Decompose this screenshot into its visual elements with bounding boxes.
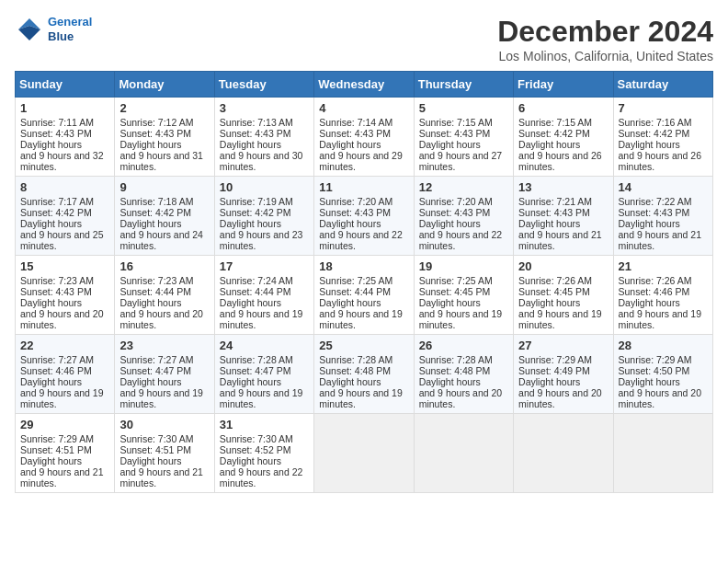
daylight-duration: and 9 hours and 22 minutes.: [419, 229, 503, 251]
location-title: Los Molinos, California, United States: [497, 49, 713, 63]
daylight-label: Daylight hours: [619, 218, 680, 229]
daylight-duration: and 9 hours and 31 minutes.: [119, 150, 203, 172]
calendar-cell: 27Sunrise: 7:29 AMSunset: 4:49 PMDayligh…: [514, 335, 613, 414]
calendar-header-row: SundayMondayTuesdayWednesdayThursdayFrid…: [16, 72, 713, 98]
daylight-label: Daylight hours: [20, 455, 82, 466]
column-header-wednesday: Wednesday: [314, 72, 414, 98]
sunset-info: Sunset: 4:50 PM: [619, 365, 690, 376]
sunset-info: Sunset: 4:47 PM: [220, 365, 291, 376]
sunset-info: Sunset: 4:44 PM: [220, 286, 291, 297]
calendar-cell: 25Sunrise: 7:28 AMSunset: 4:48 PMDayligh…: [314, 335, 414, 414]
daylight-label: Daylight hours: [518, 218, 580, 229]
daylight-label: Daylight hours: [319, 376, 381, 387]
daylight-duration: and 9 hours and 25 minutes.: [20, 229, 104, 251]
title-block: December 2024 Los Molinos, California, U…: [497, 15, 713, 63]
calendar-cell: 3Sunrise: 7:13 AMSunset: 4:43 PMDaylight…: [214, 98, 313, 177]
calendar-cell: 2Sunrise: 7:12 AMSunset: 4:43 PMDaylight…: [115, 98, 214, 177]
daylight-label: Daylight hours: [319, 139, 381, 150]
column-header-saturday: Saturday: [613, 72, 712, 98]
calendar-cell: 20Sunrise: 7:26 AMSunset: 4:45 PMDayligh…: [514, 256, 613, 335]
sunset-info: Sunset: 4:43 PM: [419, 128, 491, 139]
daylight-duration: and 9 hours and 30 minutes.: [220, 150, 303, 172]
sunrise-info: Sunrise: 7:12 AM: [119, 117, 193, 128]
calendar-cell: 29Sunrise: 7:29 AMSunset: 4:51 PMDayligh…: [16, 414, 115, 493]
daylight-label: Daylight hours: [220, 139, 281, 150]
calendar-cell: 26Sunrise: 7:28 AMSunset: 4:48 PMDayligh…: [414, 335, 513, 414]
day-number: 1: [20, 101, 109, 115]
day-number: 27: [518, 339, 608, 352]
daylight-duration: and 9 hours and 21 minutes.: [518, 229, 602, 251]
daylight-label: Daylight hours: [319, 297, 381, 308]
calendar-cell: [613, 414, 712, 493]
day-number: 12: [419, 180, 508, 194]
sunset-info: Sunset: 4:43 PM: [119, 128, 191, 139]
day-number: 5: [419, 101, 508, 115]
daylight-duration: and 9 hours and 19 minutes.: [419, 308, 503, 330]
day-number: 18: [319, 259, 408, 273]
sunset-info: Sunset: 4:42 PM: [619, 128, 690, 139]
daylight-label: Daylight hours: [518, 376, 580, 387]
calendar-week-5: 29Sunrise: 7:29 AMSunset: 4:51 PMDayligh…: [16, 414, 713, 493]
daylight-label: Daylight hours: [619, 376, 680, 387]
daylight-label: Daylight hours: [119, 218, 181, 229]
daylight-duration: and 9 hours and 27 minutes.: [419, 150, 503, 172]
sunrise-info: Sunrise: 7:20 AM: [419, 196, 493, 207]
sunrise-info: Sunrise: 7:28 AM: [220, 354, 293, 365]
day-number: 10: [220, 180, 309, 194]
calendar-cell: 1Sunrise: 7:11 AMSunset: 4:43 PMDaylight…: [16, 98, 115, 177]
sunrise-info: Sunrise: 7:25 AM: [419, 275, 493, 286]
sunrise-info: Sunrise: 7:28 AM: [319, 354, 392, 365]
sunset-info: Sunset: 4:44 PM: [319, 286, 391, 297]
daylight-duration: and 9 hours and 21 minutes.: [619, 229, 702, 251]
daylight-duration: and 9 hours and 21 minutes.: [119, 466, 203, 488]
calendar-cell: [514, 414, 613, 493]
logo-icon: [15, 15, 44, 44]
day-number: 3: [220, 101, 309, 115]
daylight-duration: and 9 hours and 19 minutes.: [319, 308, 403, 330]
sunset-info: Sunset: 4:46 PM: [20, 365, 92, 376]
calendar-cell: 21Sunrise: 7:26 AMSunset: 4:46 PMDayligh…: [613, 256, 712, 335]
day-number: 20: [518, 259, 608, 273]
daylight-label: Daylight hours: [119, 139, 181, 150]
daylight-label: Daylight hours: [20, 376, 82, 387]
sunrise-info: Sunrise: 7:29 AM: [20, 433, 94, 444]
daylight-label: Daylight hours: [220, 376, 281, 387]
sunset-info: Sunset: 4:43 PM: [20, 128, 92, 139]
sunrise-info: Sunrise: 7:14 AM: [319, 117, 392, 128]
sunrise-info: Sunrise: 7:18 AM: [119, 196, 193, 207]
sunrise-info: Sunrise: 7:30 AM: [220, 433, 293, 444]
day-number: 23: [119, 339, 209, 352]
calendar-cell: 24Sunrise: 7:28 AMSunset: 4:47 PMDayligh…: [214, 335, 313, 414]
calendar-cell: 31Sunrise: 7:30 AMSunset: 4:52 PMDayligh…: [214, 414, 313, 493]
logo-text: General Blue: [48, 15, 92, 43]
daylight-duration: and 9 hours and 24 minutes.: [119, 229, 203, 251]
calendar-cell: 16Sunrise: 7:23 AMSunset: 4:44 PMDayligh…: [115, 256, 214, 335]
page-header: General Blue December 2024 Los Molinos, …: [15, 15, 713, 63]
calendar-cell: 7Sunrise: 7:16 AMSunset: 4:42 PMDaylight…: [613, 98, 712, 177]
daylight-label: Daylight hours: [419, 297, 481, 308]
sunrise-info: Sunrise: 7:27 AM: [119, 354, 193, 365]
day-number: 30: [119, 418, 209, 431]
daylight-label: Daylight hours: [619, 297, 680, 308]
sunset-info: Sunset: 4:42 PM: [518, 128, 590, 139]
calendar-cell: 11Sunrise: 7:20 AMSunset: 4:43 PMDayligh…: [314, 177, 414, 256]
day-number: 8: [20, 180, 109, 194]
calendar-cell: 12Sunrise: 7:20 AMSunset: 4:43 PMDayligh…: [414, 177, 513, 256]
sunset-info: Sunset: 4:51 PM: [20, 444, 92, 455]
day-number: 29: [20, 418, 109, 431]
daylight-label: Daylight hours: [119, 455, 181, 466]
sunrise-info: Sunrise: 7:16 AM: [619, 117, 692, 128]
day-number: 4: [319, 101, 408, 115]
sunset-info: Sunset: 4:48 PM: [419, 365, 491, 376]
day-number: 13: [518, 180, 608, 194]
day-number: 6: [518, 101, 608, 115]
sunset-info: Sunset: 4:49 PM: [518, 365, 590, 376]
calendar-table: SundayMondayTuesdayWednesdayThursdayFrid…: [15, 71, 713, 493]
day-number: 16: [119, 259, 209, 273]
daylight-label: Daylight hours: [518, 297, 580, 308]
sunset-info: Sunset: 4:43 PM: [20, 286, 92, 297]
daylight-label: Daylight hours: [220, 297, 281, 308]
daylight-label: Daylight hours: [319, 218, 381, 229]
sunrise-info: Sunrise: 7:15 AM: [419, 117, 493, 128]
daylight-duration: and 9 hours and 21 minutes.: [20, 466, 104, 488]
